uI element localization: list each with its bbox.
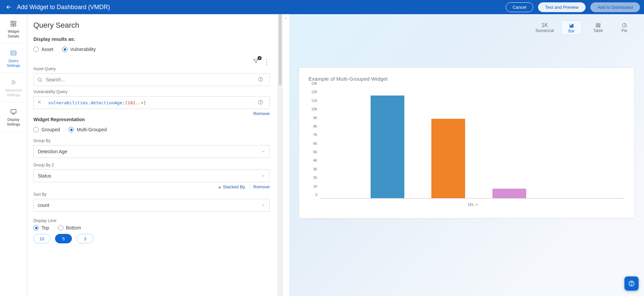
page-title: Add Widget to Dashboard (VMDR) bbox=[17, 4, 110, 11]
nav-widget-details[interactable]: Widget Details bbox=[0, 14, 27, 44]
bar-chart-icon bbox=[568, 23, 574, 29]
clear-query-icon[interactable] bbox=[37, 100, 44, 105]
svg-point-13 bbox=[261, 103, 261, 103]
scrollbar[interactable] bbox=[278, 14, 283, 296]
view-tab-table[interactable]: Table bbox=[588, 20, 608, 35]
help-icon[interactable] bbox=[258, 77, 266, 83]
y-axis-tick: 5K bbox=[313, 150, 317, 154]
svg-rect-17 bbox=[596, 24, 600, 27]
nav-query-settings[interactable]: Query Settings bbox=[0, 44, 27, 73]
y-axis-tick: 6K bbox=[313, 141, 317, 145]
groupby2-select[interactable]: Status bbox=[33, 169, 270, 182]
search-icon bbox=[37, 77, 43, 82]
widget-details-icon bbox=[10, 20, 17, 27]
svg-rect-0 bbox=[11, 21, 13, 23]
limit-pill-5[interactable]: 5 bbox=[55, 234, 72, 243]
chart-title: Example of Multi-Grouped Widget bbox=[308, 76, 625, 82]
view-tab-bar[interactable]: Bar bbox=[561, 20, 582, 35]
chart-bar bbox=[371, 96, 404, 198]
radio-top[interactable]: Top bbox=[33, 225, 49, 231]
displaylimit-label: Display Limit bbox=[33, 218, 270, 223]
radio-multi-grouped[interactable]: Multi-Grouped bbox=[69, 127, 107, 132]
limit-pill-10[interactable]: 10 bbox=[33, 234, 50, 243]
display-settings-icon bbox=[10, 108, 17, 115]
remove-vuln-query-link[interactable]: Remove bbox=[253, 111, 270, 116]
sortby-label: Sort By bbox=[33, 192, 270, 197]
svg-point-9 bbox=[38, 78, 41, 81]
more-menu-icon[interactable]: ⋮ bbox=[264, 60, 270, 63]
y-axis-tick: 11K bbox=[311, 99, 317, 102]
form-pane: Query Search Display results as: Asset V… bbox=[27, 14, 278, 296]
preview-pane: 1K Numerical Bar Table Pie bbox=[289, 14, 644, 296]
radio-grouped[interactable]: Grouped bbox=[33, 127, 60, 132]
y-axis-tick: 12K bbox=[311, 90, 317, 94]
test-preview-button[interactable]: Test and Preview bbox=[538, 2, 586, 12]
query-expression: vulnerabilities.detectionAge:[181..+] bbox=[48, 100, 146, 105]
limit-pills: 10 5 3 bbox=[33, 234, 270, 243]
chevron-down-icon bbox=[261, 174, 265, 178]
chart-card: Example of Multi-Grouped Widget 01K2K3K4… bbox=[299, 68, 635, 218]
filter-icon[interactable]: 4 bbox=[253, 58, 259, 65]
sortby-select[interactable]: count bbox=[33, 199, 270, 212]
view-tab-pie[interactable]: Pie bbox=[614, 20, 635, 35]
view-tab-numerical[interactable]: 1K Numerical bbox=[535, 20, 555, 35]
svg-point-1 bbox=[14, 21, 16, 24]
radio-vulnerability[interactable]: Vulnerability bbox=[62, 47, 96, 52]
advanced-settings-icon bbox=[10, 79, 17, 86]
help-icon[interactable] bbox=[258, 100, 266, 106]
filter-badge: 4 bbox=[258, 56, 262, 60]
y-axis-tick: 10K bbox=[311, 107, 317, 111]
chart-bar bbox=[431, 119, 465, 198]
limit-pill-3[interactable]: 3 bbox=[77, 234, 93, 243]
svg-point-7 bbox=[12, 83, 13, 84]
y-axis-tick: 4K bbox=[313, 159, 317, 162]
svg-rect-14 bbox=[570, 26, 571, 27]
cancel-button[interactable]: Cancel bbox=[506, 2, 533, 12]
svg-point-6 bbox=[14, 82, 15, 83]
groupby2-label: Group By 2 bbox=[33, 163, 270, 167]
collapse-preview-button[interactable] bbox=[283, 14, 289, 296]
section-heading: Query Search bbox=[33, 21, 270, 30]
help-fab[interactable] bbox=[624, 276, 639, 291]
vuln-query-input[interactable]: vulnerabilities.detectionAge:[181..+] bbox=[33, 96, 270, 109]
svg-point-20 bbox=[631, 285, 632, 285]
svg-rect-3 bbox=[14, 24, 16, 26]
nav-advanced-settings: Advanced Settings bbox=[0, 73, 27, 102]
back-button[interactable] bbox=[4, 2, 14, 12]
chart-bar bbox=[492, 189, 526, 198]
asset-query-input[interactable] bbox=[33, 73, 270, 86]
table-icon bbox=[595, 22, 601, 28]
y-axis-tick: 1K bbox=[313, 184, 317, 188]
svg-rect-16 bbox=[572, 24, 573, 27]
asset-query-label: Asset Query bbox=[33, 66, 270, 71]
groupby-label: Group By bbox=[33, 138, 270, 143]
plus-icon: + bbox=[218, 184, 221, 190]
stacked-by-link[interactable]: Stacked By bbox=[223, 184, 245, 189]
chevron-down-icon bbox=[261, 150, 265, 154]
svg-rect-8 bbox=[11, 109, 16, 113]
vuln-query-label: Vulnerability Query bbox=[33, 89, 270, 94]
radio-bottom[interactable]: Bottom bbox=[58, 225, 81, 231]
y-axis-tick: 8K bbox=[313, 124, 317, 128]
remove-groupby2-link[interactable]: Remove bbox=[253, 184, 270, 189]
y-axis-tick: 2K bbox=[313, 176, 317, 180]
radio-asset[interactable]: Asset bbox=[33, 47, 53, 52]
numerical-icon: 1K bbox=[541, 22, 548, 28]
chevron-down-icon bbox=[261, 203, 265, 207]
add-to-dashboard-button: Add to Dashboard bbox=[590, 2, 640, 12]
representation-label: Widget Representation bbox=[33, 117, 270, 122]
display-as-label: Display results as: bbox=[33, 36, 270, 42]
svg-point-11 bbox=[261, 80, 261, 80]
y-axis-tick: 3K bbox=[313, 167, 317, 171]
y-axis-tick: 7K bbox=[313, 133, 317, 137]
query-settings-icon bbox=[10, 50, 17, 56]
side-nav: Widget Details Query Settings Advanced S… bbox=[0, 14, 27, 296]
groupby-select[interactable]: Detection Age bbox=[33, 145, 270, 158]
y-axis-tick: 0 bbox=[315, 193, 317, 197]
svg-rect-15 bbox=[571, 25, 572, 27]
nav-display-settings[interactable]: Display Settings bbox=[0, 102, 27, 132]
pie-chart-icon bbox=[621, 22, 627, 28]
chart-x-label: 181..+ bbox=[321, 203, 625, 207]
svg-point-5 bbox=[12, 80, 13, 81]
y-axis-tick: 13K bbox=[311, 82, 317, 85]
